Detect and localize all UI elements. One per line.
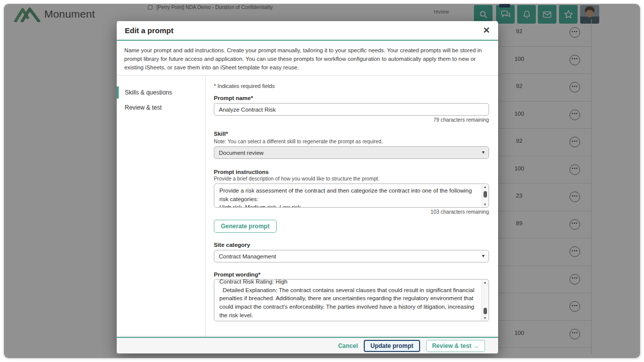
- cancel-button[interactable]: Cancel: [338, 342, 358, 349]
- scroll-up-icon[interactable]: ▲: [482, 185, 488, 189]
- scrollbar-thumb[interactable]: [484, 308, 487, 314]
- prompt-form: * Indicates required fields Prompt name*…: [206, 76, 498, 337]
- prompt-instructions-counter: 103 characters remaining: [214, 209, 489, 215]
- scroll-down-icon[interactable]: ▼: [482, 316, 488, 320]
- nav-item-skills-questions[interactable]: Skills & questions: [117, 85, 205, 100]
- required-fields-note: * Indicates required fields: [214, 83, 489, 89]
- site-category-group: Site category Contract Management ▾: [214, 242, 489, 262]
- prompt-wording-textarea[interactable]: Contract Risk Rating: High Detailed Expl…: [214, 279, 489, 321]
- scrollbar-thumb[interactable]: [484, 191, 487, 198]
- skill-select[interactable]: Document review ▾: [214, 146, 489, 159]
- scrollbar[interactable]: ▲ ▼: [481, 280, 488, 320]
- prompt-name-input[interactable]: [214, 103, 489, 116]
- skill-label: Skill*: [214, 131, 489, 137]
- prompt-instructions-label: Prompt instructions: [214, 169, 489, 175]
- dialog-footer: Cancel Update prompt Review & test →: [117, 337, 498, 353]
- edit-prompt-dialog: Edit a prompt ✕ Name your prompt and add…: [117, 21, 498, 353]
- chevron-down-icon: ▾: [482, 253, 485, 258]
- prompt-instructions-textarea[interactable]: Provide a risk assessment of the contrac…: [214, 184, 489, 208]
- site-category-select[interactable]: Contract Management ▾: [214, 250, 489, 262]
- dialog-description: Name your prompt and add instructions. C…: [117, 41, 498, 76]
- skill-note: Note: You can select a different skill t…: [214, 139, 489, 144]
- app-window: [Perry Point] NDA Demo - Duration of Con…: [4, 4, 640, 358]
- scrollbar[interactable]: ▲ ▼: [481, 185, 488, 207]
- prompt-name-counter: 79 characters remaining: [214, 117, 489, 123]
- nav-item-review-test[interactable]: Review & test: [117, 100, 205, 115]
- scroll-down-icon[interactable]: ▼: [482, 203, 488, 206]
- prompt-name-group: Prompt name* 79 characters remaining: [214, 95, 489, 123]
- scroll-up-icon[interactable]: ▲: [482, 281, 488, 284]
- review-and-test-button[interactable]: Review & test →: [426, 340, 485, 352]
- prompt-instructions-text: Provide a risk assessment of the contrac…: [214, 184, 489, 208]
- prompt-wording-group: Prompt wording* Contract Risk Rating: Hi…: [214, 272, 489, 321]
- prompt-name-label: Prompt name*: [214, 95, 489, 101]
- skill-group: Skill* Note: You can select a different …: [214, 131, 489, 159]
- dialog-side-nav: Skills & questions Review & test: [117, 76, 206, 337]
- update-prompt-button[interactable]: Update prompt: [364, 340, 420, 352]
- dialog-title: Edit a prompt: [125, 26, 174, 35]
- close-icon[interactable]: ✕: [483, 26, 490, 35]
- prompt-instructions-group: Prompt instructions Provide a brief desc…: [214, 169, 489, 215]
- site-category-selected-value: Contract Management: [219, 253, 276, 259]
- prompt-wording-text: Contract Risk Rating: High Detailed Expl…: [214, 279, 489, 319]
- chevron-down-icon: ▾: [482, 149, 485, 155]
- generate-prompt-button[interactable]: Generate prompt: [214, 220, 277, 233]
- skill-selected-value: Document review: [219, 150, 264, 156]
- site-category-label: Site category: [214, 242, 489, 248]
- prompt-instructions-helper: Provide a brief description of how you w…: [214, 176, 489, 182]
- prompt-wording-label: Prompt wording*: [214, 272, 489, 278]
